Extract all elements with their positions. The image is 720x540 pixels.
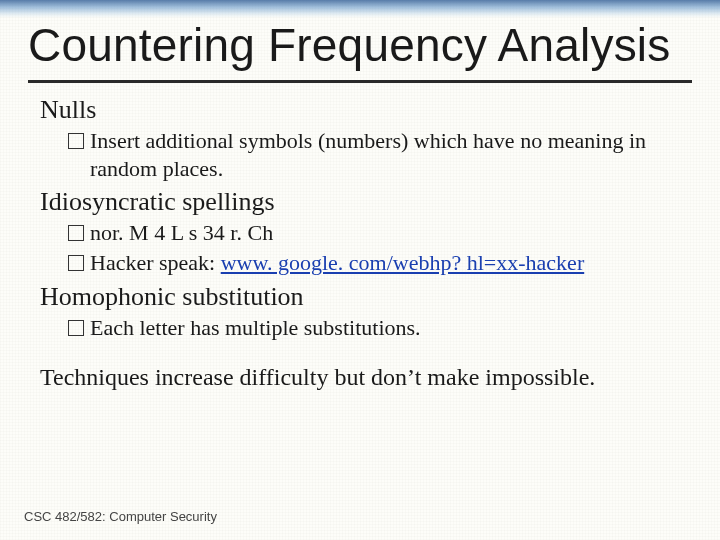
bullet-prefix: Hacker speak: [90, 250, 221, 275]
bullet-text: nor. M 4 L s 34 r. Ch [90, 219, 680, 247]
top-accent [0, 0, 720, 18]
list-item: Insert additional symbols (numbers) whic… [68, 127, 680, 183]
slide-body: Nulls Insert additional symbols (numbers… [0, 95, 720, 391]
square-bullet-icon [68, 133, 84, 149]
square-bullet-icon [68, 225, 84, 241]
hacker-speak-link[interactable]: www. google. com/webhp? hl=xx-hacker [221, 250, 584, 275]
square-bullet-icon [68, 320, 84, 336]
footer-text: CSC 482/582: Computer Security [24, 509, 217, 524]
list-item: Hacker speak: www. google. com/webhp? hl… [68, 249, 680, 277]
square-bullet-icon [68, 255, 84, 271]
bullet-text: Each letter has multiple substitutions. [90, 314, 680, 342]
list-item: nor. M 4 L s 34 r. Ch [68, 219, 680, 247]
heading-idiosyncratic: Idiosyncratic spellings [40, 187, 680, 217]
heading-homophonic: Homophonic substitution [40, 282, 680, 312]
bullet-text: Insert additional symbols (numbers) whic… [90, 127, 680, 183]
summary-text: Techniques increase difficulty but don’t… [40, 364, 680, 391]
list-item: Each letter has multiple substitutions. [68, 314, 680, 342]
title-underline [28, 80, 692, 83]
bullet-text: Hacker speak: www. google. com/webhp? hl… [90, 249, 680, 277]
heading-nulls: Nulls [40, 95, 680, 125]
